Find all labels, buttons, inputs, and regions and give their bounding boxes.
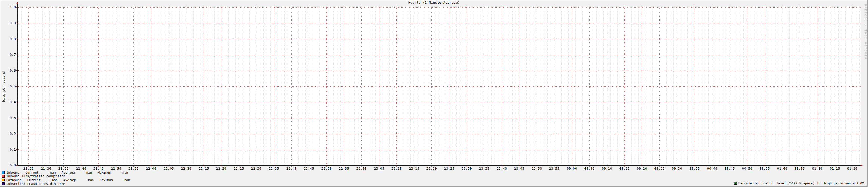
x-tick-label: 00:25	[652, 167, 667, 170]
grid-vline-minor	[130, 7, 130, 165]
grid-vline-minor	[442, 7, 442, 165]
grid-vline-minor	[183, 7, 183, 165]
grid-vline-minor	[347, 7, 348, 165]
grid-vline-major	[694, 6, 695, 167]
grid-vline-minor	[260, 7, 260, 165]
grid-vline-major	[765, 6, 765, 167]
x-tick-label: 23:50	[529, 167, 544, 170]
grid-vline-minor	[845, 7, 846, 165]
x-tick-label: 21:45	[91, 167, 106, 170]
grid-vline-minor	[828, 7, 828, 165]
grid-vline-major	[712, 6, 712, 167]
grid-vline-minor	[687, 7, 688, 165]
x-tick-label: 21:40	[74, 167, 89, 170]
grid-vline-minor	[123, 7, 123, 165]
x-tick-label: 22:00	[144, 167, 158, 170]
grid-vline-major	[414, 6, 414, 167]
grid-vline-major	[327, 6, 327, 167]
grid-vline-minor	[814, 7, 814, 165]
grid-vline-minor	[621, 7, 621, 165]
x-tick-label: 23:30	[459, 167, 474, 170]
grid-vline-minor	[228, 7, 228, 165]
y-tick-label: 0.1	[6, 148, 16, 151]
grid-vline-major	[449, 6, 450, 167]
grid-vline-major	[589, 6, 590, 167]
grid-vline-minor	[109, 7, 109, 165]
grid-vline-minor	[288, 7, 288, 165]
legend-swatch-icon	[2, 175, 5, 178]
x-tick-label: 23:45	[512, 167, 527, 170]
legend-row-label: Outbound Current -nan Average -nan Maxim…	[6, 179, 130, 182]
grid-vline-minor	[323, 7, 323, 165]
grid-vline-major	[747, 6, 747, 167]
grid-vline-minor	[404, 7, 404, 165]
legend-row-label: Subscribed LEARN bandwidth 200M	[6, 182, 65, 185]
grid-vline-minor	[95, 7, 95, 165]
y-tick-label: 0.2	[6, 132, 16, 136]
grid-vline-minor	[470, 7, 470, 165]
grid-vline-minor	[807, 7, 807, 165]
legend-row-label: Inbound Current -nan Average -nan Maximu…	[6, 171, 128, 174]
grid-vline-minor	[421, 7, 421, 165]
grid-vline-minor	[428, 7, 428, 165]
x-axis-line	[18, 165, 861, 166]
x-tick-label: 23:35	[477, 167, 492, 170]
x-tick-label: 23:05	[372, 167, 386, 170]
y-tick-label: 0.4	[6, 100, 16, 104]
grid-vline-minor	[102, 7, 102, 165]
grid-vline-minor	[42, 7, 43, 165]
grid-vline-major	[800, 6, 800, 167]
grid-vline-major	[28, 6, 29, 167]
grid-vline-minor	[772, 7, 772, 165]
grid-vline-minor	[141, 7, 141, 165]
grid-vline-minor	[684, 7, 684, 165]
grid-vline-minor	[582, 7, 583, 165]
grid-vline-minor	[56, 7, 57, 165]
grid-vline-minor	[670, 7, 670, 165]
grid-vline-minor	[50, 7, 50, 165]
x-tick-label: 00:50	[740, 167, 754, 170]
grid-vline-minor	[277, 7, 278, 165]
y-tick-label: 0.7	[6, 53, 16, 57]
grid-vline-minor	[544, 7, 544, 165]
grid-vline-minor	[67, 7, 67, 165]
grid-vline-minor	[242, 7, 243, 165]
grid-vline-major	[677, 6, 677, 167]
legend-swatch-icon	[2, 182, 5, 185]
grid-vline-minor	[600, 7, 600, 165]
grid-vline-minor	[263, 7, 264, 165]
grid-vline-minor	[225, 7, 225, 165]
grid-vline-minor	[740, 7, 740, 165]
grid-vline-minor	[495, 7, 495, 165]
grid-vline-minor	[253, 7, 253, 165]
grid-vline-minor	[372, 7, 372, 165]
grid-vline-minor	[369, 7, 369, 165]
grid-vline-major	[852, 6, 852, 167]
grid-vline-minor	[803, 7, 804, 165]
x-tick-label: 22:55	[337, 167, 351, 170]
grid-vline-minor	[319, 7, 320, 165]
grid-vline-minor	[446, 7, 446, 165]
grid-vline-major	[537, 6, 537, 167]
grid-vline-minor	[505, 7, 505, 165]
x-tick-label: 21:35	[56, 167, 71, 170]
x-tick-label: 00:55	[757, 167, 772, 170]
grid-vline-minor	[603, 7, 604, 165]
grid-vline-minor	[842, 7, 842, 165]
grid-vline-minor	[85, 7, 85, 165]
grid-vline-minor	[179, 7, 180, 165]
y-axis-arrow-icon	[16, 2, 19, 4]
grid-vline-major	[133, 6, 134, 167]
grid-vline-minor	[284, 7, 285, 165]
grid-vline-minor	[113, 7, 113, 165]
x-tick-label: 22:40	[284, 167, 299, 170]
x-tick-label: 00:35	[687, 167, 702, 170]
grid-vline-minor	[207, 7, 208, 165]
grid-vline-major	[344, 6, 344, 167]
recommended-traffic-note: Recommended traffic level 75%(25% spare)…	[734, 182, 742, 185]
chart-title: Hourly (1 Minute Average)	[0, 1, 868, 5]
grid-vline-major	[817, 6, 817, 167]
grid-vline-minor	[246, 7, 246, 165]
grid-vline-minor	[547, 7, 548, 165]
grid-vline-minor	[176, 7, 176, 165]
